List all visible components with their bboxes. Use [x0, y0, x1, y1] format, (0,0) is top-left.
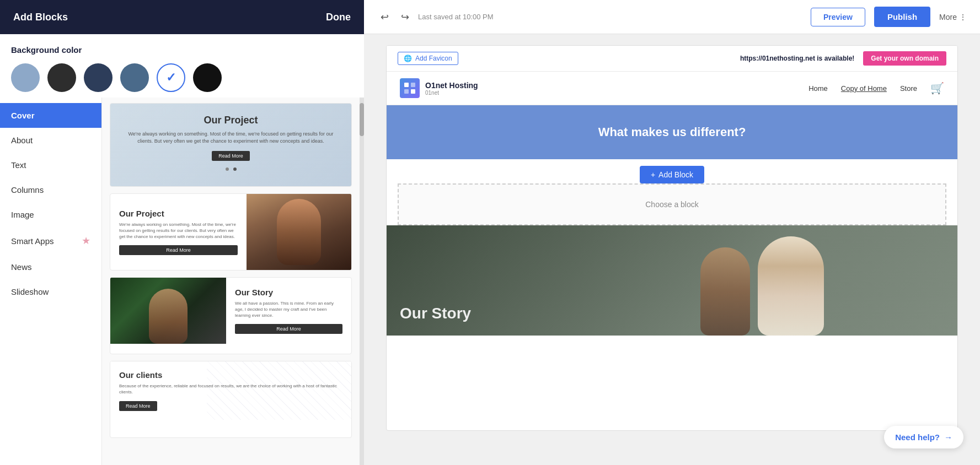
domain-bar: 🌐 Add Favicon https://01nethosting.net i…: [387, 46, 957, 72]
add-block-button[interactable]: + Add Block: [640, 166, 704, 183]
sidebar-item-columns[interactable]: Columns: [0, 177, 101, 202]
block-card-our-project-1[interactable]: Our Project We're always working on some…: [110, 103, 352, 187]
card3-image: [110, 278, 226, 344]
card2-read-more[interactable]: Read More: [119, 245, 238, 255]
saved-text: Last saved at 10:00 PM: [418, 13, 494, 21]
header-actions: ↩ ↪ Last saved at 10:00 PM: [377, 8, 494, 26]
nav-home[interactable]: Home: [808, 84, 828, 93]
block-card-our-project-2[interactable]: Our Project We're always working on some…: [110, 193, 352, 271]
sidebar-item-about[interactable]: About: [0, 128, 101, 153]
more-dots-icon: ⋮: [959, 13, 967, 21]
need-help-arrow: →: [944, 432, 952, 442]
card2-text: We're always working on something. Most …: [119, 221, 238, 240]
story-content: Our Story: [387, 291, 729, 336]
sidebar-item-cover[interactable]: Cover: [0, 103, 101, 128]
scroll-indicator[interactable]: [360, 98, 364, 465]
color-swatches: [11, 63, 353, 92]
publish-button[interactable]: Publish: [874, 7, 930, 27]
logo-sub: 01net: [425, 90, 478, 96]
sidebar: Cover About Text Columns Image Smart App…: [0, 98, 102, 465]
cart-icon[interactable]: 🛒: [930, 82, 944, 95]
swatch-navy[interactable]: [84, 63, 113, 92]
get-domain-button[interactable]: Get your own domain: [863, 51, 946, 66]
blue-section: What makes us different?: [387, 105, 957, 159]
sidebar-item-text[interactable]: Text: [0, 153, 101, 177]
swatch-selected[interactable]: [157, 63, 185, 92]
choose-block-text: Choose a block: [645, 200, 699, 209]
preview-button[interactable]: Preview: [811, 8, 865, 26]
swatch-blue-light[interactable]: [11, 63, 40, 92]
card4-text: Because of the experience, reliable and …: [119, 383, 342, 395]
domain-name: 01nethosting.net: [762, 55, 815, 62]
logo-text: O1net Hosting 01net: [425, 81, 478, 96]
need-help-label: Need help?: [895, 432, 940, 442]
card4-title: Our clients: [119, 370, 342, 380]
card1-text: We're always working on something. Most …: [121, 131, 340, 144]
site-nav: O1net Hosting 01net Home Copy of Home St…: [387, 72, 957, 105]
card3-text: We all have a passion. This is mine. Fro…: [235, 300, 342, 319]
blue-section-heading: What makes us different?: [400, 125, 944, 139]
color-section-label: Background color: [11, 45, 353, 55]
cards-area: Our Project We're always working on some…: [102, 98, 360, 465]
svg-rect-1: [411, 83, 415, 87]
swatch-black[interactable]: [193, 63, 222, 92]
add-blocks-title: Add Blocks: [13, 12, 68, 23]
scroll-thumb: [360, 103, 364, 136]
card2-title: Our Project: [119, 209, 238, 218]
sidebar-item-image[interactable]: Image: [0, 202, 101, 227]
card2-image: [247, 194, 351, 270]
more-button[interactable]: More ⋮: [939, 13, 967, 21]
done-button[interactable]: Done: [326, 12, 351, 23]
sidebar-item-slideshow[interactable]: Slideshow: [0, 279, 101, 304]
domain-url: https://01nethosting.net is available!: [740, 55, 854, 62]
right-header: ↩ ↪ Last saved at 10:00 PM Preview Publi…: [364, 0, 980, 34]
nav-copy-of-home[interactable]: Copy of Home: [841, 84, 887, 93]
add-favicon-button[interactable]: 🌐 Add Favicon: [398, 52, 458, 65]
panel-body: Cover About Text Columns Image Smart App…: [0, 98, 364, 465]
svg-rect-2: [404, 89, 409, 94]
need-help-widget[interactable]: Need help? →: [884, 426, 963, 448]
nav-links: Home Copy of Home Store 🛒: [808, 82, 944, 95]
logo-name: O1net Hosting: [425, 81, 478, 90]
card4-read-more[interactable]: Read More: [119, 401, 157, 411]
star-icon: ★: [82, 235, 90, 247]
redo-button[interactable]: ↪: [398, 8, 413, 26]
site-preview: 🌐 Add Favicon https://01nethosting.net i…: [386, 45, 958, 431]
story-section: Our Story: [387, 225, 957, 336]
add-block-label: Add Block: [658, 170, 693, 179]
svg-rect-0: [404, 83, 409, 87]
card3-title: Our Story: [235, 288, 342, 297]
nav-store[interactable]: Store: [900, 84, 917, 93]
card1-title: Our Project: [121, 115, 340, 126]
choose-block-area[interactable]: Choose a block: [398, 183, 946, 225]
plus-icon: +: [651, 170, 655, 179]
domain-suffix: is available!: [815, 55, 854, 62]
left-panel: Add Blocks Done Background color Cover A…: [0, 0, 364, 465]
sidebar-item-news[interactable]: News: [0, 255, 101, 279]
card3-read-more[interactable]: Read More: [235, 324, 342, 334]
left-panel-header: Add Blocks Done: [0, 0, 364, 34]
sidebar-item-smart-apps[interactable]: Smart Apps ★: [0, 227, 101, 255]
block-card-our-story[interactable]: Our Story We all have a passion. This is…: [110, 277, 352, 354]
add-block-area: + Add Block: [387, 159, 957, 183]
story-title: Our Story: [400, 305, 716, 322]
logo-icon: [400, 78, 420, 98]
card1-read-more[interactable]: Read More: [212, 151, 250, 161]
globe-icon: 🌐: [404, 55, 412, 62]
right-panel: ↩ ↪ Last saved at 10:00 PM Preview Publi…: [364, 0, 980, 465]
block-card-our-clients[interactable]: Our clients Because of the experience, r…: [110, 361, 352, 438]
svg-rect-3: [411, 89, 415, 94]
site-logo: O1net Hosting 01net: [400, 78, 478, 98]
swatch-steel[interactable]: [120, 63, 149, 92]
undo-button[interactable]: ↩: [377, 8, 392, 26]
swatch-dark[interactable]: [47, 63, 76, 92]
color-section: Background color: [0, 34, 364, 98]
right-content: 🌐 Add Favicon https://01nethosting.net i…: [364, 34, 980, 465]
